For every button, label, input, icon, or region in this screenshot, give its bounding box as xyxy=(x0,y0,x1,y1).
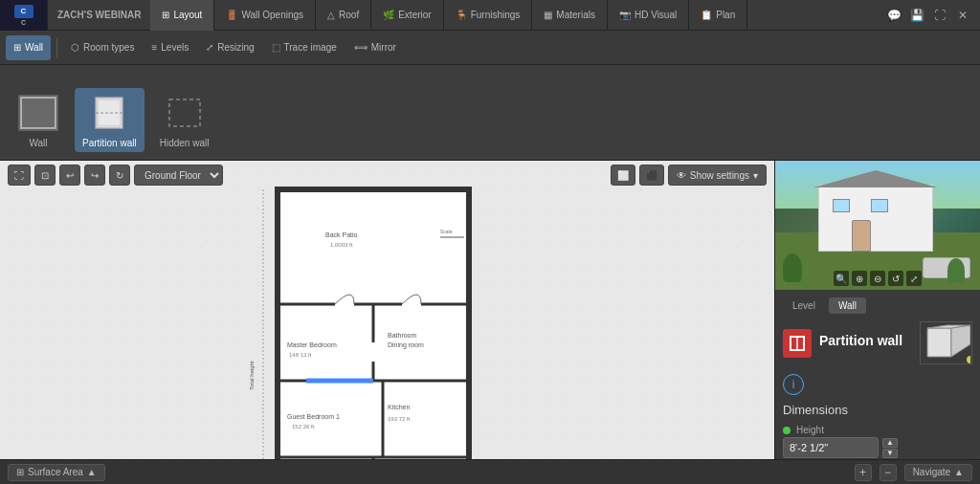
property-tabs: Level Wall xyxy=(783,297,972,314)
surface-area-label: Surface Area xyxy=(28,467,83,477)
wall-type-hidden-label: Hidden wall xyxy=(160,138,210,148)
menu-tab-wall-openings[interactable]: 🚪 Wall Openings xyxy=(214,0,316,31)
redo-button[interactable]: ↪ xyxy=(84,165,105,186)
wall-type-wall-label: Wall xyxy=(29,138,47,148)
svg-text:Scale: Scale xyxy=(440,229,453,234)
wall-3d-preview xyxy=(920,321,972,364)
svg-text:Master Bedroom: Master Bedroom xyxy=(287,341,337,348)
toolbar-trace-image[interactable]: ⬚ Trace image xyxy=(264,35,345,60)
wallopenings-icon: 🚪 xyxy=(226,10,237,20)
toolbar: ⊞ Wall ⬡ Room types ≡ Levels ⤢ Resizing … xyxy=(0,31,980,65)
toolbar-levels[interactable]: ≡ Levels xyxy=(144,35,196,60)
zoom-reset-button[interactable]: ⊡ xyxy=(34,165,56,186)
wall-type-hidden[interactable]: Hidden wall xyxy=(152,88,217,152)
preview-controls: 🔍 ⊕ ⊖ ↺ ⤢ xyxy=(834,271,922,286)
floor-selector[interactable]: Ground Floor First Floor xyxy=(134,165,223,186)
svg-text:148 13 ft: 148 13 ft xyxy=(289,352,312,358)
preview-ctrl-1[interactable]: 🔍 xyxy=(834,271,849,286)
preview-ctrl-5[interactable]: ⤢ xyxy=(906,271,922,286)
view-3d-button[interactable]: ⬜ xyxy=(611,165,635,186)
height-stepper: ▲ ▼ xyxy=(882,438,898,458)
toolbar-wall[interactable]: ⊞ Wall xyxy=(6,35,51,60)
partition-type-icon xyxy=(783,329,812,358)
prop-tab-wall[interactable]: Wall xyxy=(829,297,866,314)
menu-tab-roof[interactable]: △ Roof xyxy=(316,0,371,31)
top-menu-bar: C C ZACH'S WEBINAR ⊞ Layout 🚪 Wall Openi… xyxy=(0,0,980,31)
preview-ctrl-3[interactable]: ⊖ xyxy=(870,271,885,286)
surface-area-button[interactable]: ⊞ Surface Area ▲ xyxy=(8,464,105,481)
menu-tab-hdvisual[interactable]: 📷 HD Visual xyxy=(608,0,689,31)
zoom-in-button[interactable]: + xyxy=(855,464,872,481)
toolbar-resizing-label: Resizing xyxy=(217,42,254,53)
restore-icon[interactable]: ⛶ xyxy=(930,6,949,25)
toolbar-levels-label: Levels xyxy=(161,42,189,53)
menu-tab-plan[interactable]: 📋 Plan xyxy=(689,0,747,31)
fit-view-button[interactable]: ⛶ xyxy=(8,165,31,186)
property-title: Partition wall xyxy=(819,333,902,348)
materials-label: Materials xyxy=(556,10,595,20)
main-area: ⛶ ⊡ ↩ ↪ ↻ Ground Floor First Floor ⬜ ⬛ 👁… xyxy=(0,161,980,459)
svg-text:Guest Bedroom 1: Guest Bedroom 1 xyxy=(287,413,340,420)
preview-3d: 🔍 ⊕ ⊖ ↺ ⤢ xyxy=(775,161,980,290)
settings-eye-icon: 👁 xyxy=(677,170,686,181)
furnishings-label: Furnishings xyxy=(471,10,521,20)
menu-tab-exterior[interactable]: 🌿 Exterior xyxy=(371,0,443,31)
wallopenings-label: Wall Openings xyxy=(241,10,303,20)
height-decrease-button[interactable]: ▼ xyxy=(882,449,898,458)
info-icon[interactable]: i xyxy=(783,374,804,395)
app-title: ZACH'S WEBINAR xyxy=(48,10,150,20)
navigate-label: Navigate xyxy=(913,467,950,477)
surface-area-chevron: ▲ xyxy=(87,467,97,477)
toolbar-mirror[interactable]: ⟺ Mirror xyxy=(346,35,404,60)
info-symbol: i xyxy=(792,378,795,391)
preview-ctrl-2[interactable]: ⊕ xyxy=(852,271,867,286)
height-input-row: ▲ ▼ xyxy=(783,437,972,458)
toolbar-roomtypes-label: Room types xyxy=(83,42,134,53)
traceimage-icon: ⬚ xyxy=(272,42,280,53)
svg-text:Bathroom: Bathroom xyxy=(388,332,417,339)
show-settings-label: Show settings xyxy=(690,170,749,181)
right-panel: 🔍 ⊕ ⊖ ↺ ⤢ Level Wall xyxy=(774,161,980,459)
save-icon[interactable]: 💾 xyxy=(907,6,926,25)
mirror-icon: ⟺ xyxy=(354,42,368,53)
surface-area-icon: ⊞ xyxy=(16,467,24,477)
logo-icon: C xyxy=(14,5,33,18)
toolbar-resizing[interactable]: ⤢ Resizing xyxy=(198,35,261,60)
chat-icon[interactable]: 💬 xyxy=(884,6,903,25)
undo-button[interactable]: ↩ xyxy=(59,165,80,186)
svg-text:193 72 ft: 193 72 ft xyxy=(388,416,411,422)
exterior-icon: 🌿 xyxy=(383,10,394,20)
view-2d-button[interactable]: ⬛ xyxy=(639,165,664,186)
height-increase-button[interactable]: ▲ xyxy=(882,438,898,448)
menu-tab-layout[interactable]: ⊞ Layout xyxy=(150,0,214,31)
navigate-button[interactable]: Navigate ▲ xyxy=(904,464,972,481)
menu-tab-furnishings[interactable]: 🪑 Furnishings xyxy=(444,0,533,31)
prop-tab-level[interactable]: Level xyxy=(783,297,825,314)
svg-point-51 xyxy=(967,356,970,363)
toolbar-room-types[interactable]: ⬡ Room types xyxy=(63,35,142,60)
wall-type-partition[interactable]: Partition wall xyxy=(75,88,145,152)
svg-marker-49 xyxy=(951,325,970,357)
dimensions-label: Dimensions xyxy=(783,403,972,417)
height-input[interactable] xyxy=(783,437,879,458)
menu-tab-materials[interactable]: ▦ Materials xyxy=(532,0,608,31)
svg-text:Kitchen: Kitchen xyxy=(388,404,410,410)
zoom-out-button[interactable]: − xyxy=(880,464,897,481)
properties-panel: Level Wall Partition wall xyxy=(775,290,980,459)
show-settings-button[interactable]: 👁 Show settings ▾ xyxy=(668,165,767,186)
preview-ctrl-4[interactable]: ↺ xyxy=(888,271,903,286)
refresh-button[interactable]: ↻ xyxy=(109,165,130,186)
canvas-toolbar: ⛶ ⊡ ↩ ↪ ↻ Ground Floor First Floor ⬜ ⬛ 👁… xyxy=(0,165,774,186)
close-icon[interactable]: ✕ xyxy=(953,6,972,25)
layout-label: Layout xyxy=(173,10,202,20)
levels-icon: ≡ xyxy=(151,42,157,53)
wall-icon xyxy=(17,92,59,134)
height-row: Height ▲ ▼ xyxy=(783,425,972,458)
canvas-area[interactable]: ⛶ ⊡ ↩ ↪ ↻ Ground Floor First Floor ⬜ ⬛ 👁… xyxy=(0,161,774,459)
svg-text:1,0003 ft: 1,0003 ft xyxy=(330,242,353,248)
materials-icon: ▦ xyxy=(544,10,552,20)
top-right-icons: 💬 💾 ⛶ ✕ xyxy=(884,6,980,25)
navigate-chevron: ▲ xyxy=(954,467,964,477)
floor-plan-svg[interactable]: Back Patio 1,0003 ft Master Bedroom xyxy=(0,161,774,459)
wall-type-wall[interactable]: Wall xyxy=(10,88,67,152)
